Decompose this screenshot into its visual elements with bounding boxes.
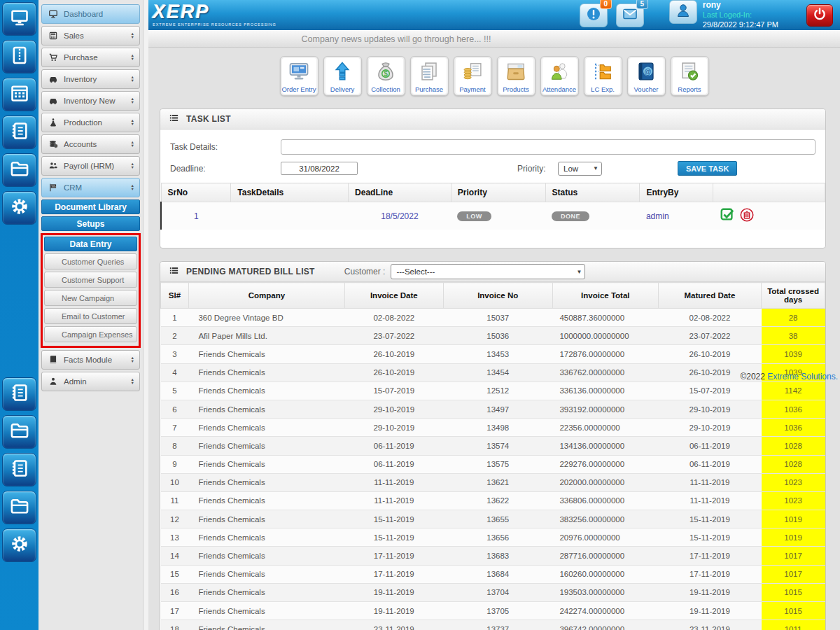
bill-table-row: 14Friends Chemicals17-11-201913683287716… xyxy=(161,547,825,565)
priority-badge: LOW xyxy=(457,211,491,221)
sidebar-item-production[interactable]: Production▲▼ xyxy=(41,113,140,132)
main-area: XERP EXTREME ENTERPRISE RESOURCES PROCES… xyxy=(148,0,840,630)
sidebar-sections: Document LibrarySetups xyxy=(41,200,141,231)
sidebar-item-data-entry[interactable]: Data Entry xyxy=(44,237,137,251)
task-col-header: EntryBy xyxy=(640,183,713,202)
data-entry-group: Data Entry Customer QueriesCustomer Supp… xyxy=(41,233,141,348)
bill-table-row: 17Friends Chemicals19-11-201913705242274… xyxy=(161,602,825,620)
task-details-input[interactable] xyxy=(281,139,816,155)
sidebar-item-campaign-expenses[interactable]: Campaign Expenses xyxy=(44,326,137,342)
order-entry-icon xyxy=(288,57,309,85)
bill-table-row: 3Friends Chemicals26-10-201913453172876.… xyxy=(161,345,825,363)
voucher-button[interactable]: @Voucher xyxy=(627,56,666,96)
bill-table-row: 13Friends Chemicals15-11-20191365620976.… xyxy=(161,528,825,547)
copyright-link[interactable]: Extreme Solutions. xyxy=(767,372,838,382)
sidebar-item-inventory-new[interactable]: Inventory New▲▼ xyxy=(41,91,140,111)
sidebar-item-email-to-customer[interactable]: Email to Customer xyxy=(44,308,137,324)
pending-bill-panel-header: PENDING MATURED BILL LIST Customer : ---… xyxy=(160,262,825,282)
icon-rail xyxy=(0,0,38,630)
sidebar-item-accounts[interactable]: $Accounts▲▼ xyxy=(41,134,140,154)
sort-arrows-icon: ▲▼ xyxy=(131,356,134,363)
flask-icon xyxy=(47,118,59,127)
sidebar-item-document-library[interactable]: Document Library xyxy=(41,200,140,214)
calendar-icon-tile[interactable] xyxy=(2,78,36,111)
folder-icon-tile[interactable] xyxy=(2,153,36,187)
folder-icon xyxy=(10,496,29,519)
crossed-days-cell: 38 xyxy=(762,327,825,345)
sidebar-item-facts-module[interactable]: Facts Module▲▼ xyxy=(41,350,140,370)
products-button[interactable]: Products xyxy=(497,56,536,96)
folder-icon-tile[interactable] xyxy=(2,491,36,524)
priority-label: Priority: xyxy=(517,164,558,174)
complete-check-icon[interactable] xyxy=(720,207,735,225)
app-header: XERP EXTREME ENTERPRISE RESOURCES PROCES… xyxy=(148,0,840,30)
save-task-button[interactable]: SAVE TASK xyxy=(678,161,737,176)
notebook-icon-tile[interactable] xyxy=(2,115,36,149)
logout-power-button[interactable] xyxy=(806,4,833,27)
entryby-link[interactable]: admin xyxy=(646,211,669,221)
notebook-icon xyxy=(10,121,29,144)
sidebar-item-customer-support[interactable]: Customer Support xyxy=(44,272,137,288)
sidebar-item-purchase[interactable]: Purchase▲▼ xyxy=(41,48,140,67)
alert-count-badge: 0 xyxy=(600,0,612,9)
crossed-days-cell: 1023 xyxy=(762,491,825,510)
sort-arrows-icon: ▲▼ xyxy=(131,97,134,104)
bill-table-row: 10Friends Chemicals11-11-201913621202000… xyxy=(161,473,825,491)
bill-table-row: 15Friends Chemicals17-11-201913684160260… xyxy=(161,565,825,583)
sidebar-item-inventory[interactable]: Inventory▲▼ xyxy=(41,69,140,89)
sidebar-item-new-campaign[interactable]: New Campaign xyxy=(44,290,137,306)
monitor-icon xyxy=(47,9,59,19)
deadline-input[interactable] xyxy=(281,162,358,175)
calendar-icon xyxy=(10,83,29,106)
sidebar-item-dashboard[interactable]: Dashboard xyxy=(41,4,140,24)
sidebar-item-customer-queries[interactable]: Customer Queries xyxy=(44,253,137,270)
flag-icon xyxy=(47,183,59,192)
header-right: 0 5 rony Last Loged-In: 29/8/2022 9:12:4… xyxy=(580,0,833,30)
task-col-header: TaskDetails xyxy=(231,183,349,202)
sidebar-item-setups[interactable]: Setups xyxy=(41,216,140,231)
attendance-icon xyxy=(549,57,570,85)
bill-col-header: Matured Date xyxy=(658,283,761,309)
notebook-icon-tile[interactable] xyxy=(2,453,36,486)
delivery-button[interactable]: Delivery xyxy=(323,56,362,96)
sidebar-item-crm[interactable]: CRM▲▼ xyxy=(41,178,140,197)
messages-button[interactable]: 5 xyxy=(616,4,644,27)
bill-table-row: 9Friends Chemicals06-11-201913575229276.… xyxy=(161,455,825,473)
user-profile-button[interactable] xyxy=(669,0,697,24)
lc-exp-button[interactable]: LC Exp. xyxy=(584,56,622,96)
purchase-button[interactable]: Purchase xyxy=(410,56,449,96)
task-col-header: DeadLine xyxy=(349,183,451,202)
sidebar-item-admin[interactable]: Admin▲▼ xyxy=(41,372,140,391)
delete-trash-icon[interactable] xyxy=(739,207,755,225)
collection-button[interactable]: $Collection xyxy=(367,56,405,96)
gear-icon-tile[interactable] xyxy=(2,191,36,225)
reports-button[interactable]: Reports xyxy=(671,56,709,96)
monitor-icon xyxy=(10,8,29,30)
gear-icon-tile[interactable] xyxy=(2,528,36,562)
crossed-days-cell: 1015 xyxy=(762,602,825,620)
bill-col-header: Invoice Total xyxy=(552,283,658,309)
bill-table-row: 4Friends Chemicals26-10-201913454336762.… xyxy=(161,363,825,382)
car-icon xyxy=(47,96,59,106)
payment-button[interactable]: Payment xyxy=(454,56,492,96)
notebook-icon-tile[interactable] xyxy=(2,377,36,411)
monitor-icon-tile[interactable] xyxy=(2,2,36,36)
bill-table-row: 11Friends Chemicals11-11-201913622336806… xyxy=(161,491,825,510)
alerts-button[interactable]: 0 xyxy=(580,4,608,27)
customer-select[interactable]: ---Select--- ▼ xyxy=(391,264,585,279)
bill-table-row: 2Afil Paper Mills Ltd.23-07-202215036100… xyxy=(161,327,825,345)
crossed-days-cell: 1142 xyxy=(762,382,825,400)
crossed-days-cell: 1017 xyxy=(762,565,825,583)
coins-icon: $ xyxy=(47,139,59,149)
bill-table-row: 1360 Degree Vintage BD02-08-202215037450… xyxy=(161,309,825,327)
folder-icon-tile[interactable] xyxy=(2,415,36,449)
bill-table-row: 6Friends Chemicals29-10-201913497393192.… xyxy=(161,400,825,418)
priority-select[interactable]: Low ▼ xyxy=(558,162,602,176)
zipdoc-icon-tile[interactable] xyxy=(2,40,36,74)
sidebar-item-payroll-hrm-[interactable]: Payroll (HRM)▲▼ xyxy=(41,156,140,176)
sort-arrows-icon: ▲▼ xyxy=(131,141,134,148)
order-entry-button[interactable]: Order Entry xyxy=(280,56,318,96)
reports-icon xyxy=(679,57,700,85)
attendance-button[interactable]: Attendance xyxy=(540,56,579,96)
sidebar-item-sales[interactable]: Sales▲▼ xyxy=(41,26,140,46)
